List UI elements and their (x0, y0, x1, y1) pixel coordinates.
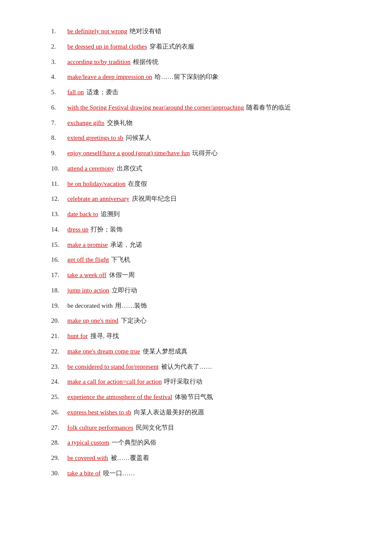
list-item: 11.be on holiday/vacation 在度假 (51, 178, 341, 190)
list-item: 19.be decorated with 用……装饰 (51, 300, 341, 312)
phrase-en: be on holiday/vacation (67, 180, 126, 187)
item-number: 7. (51, 117, 67, 129)
phrase-en: attend a ceremony (67, 165, 114, 172)
item-number: 3. (51, 56, 67, 68)
phrase-zh: 打扮；装饰 (89, 226, 123, 233)
item-content: get off the flight 下飞机 (67, 254, 130, 266)
item-number: 27. (51, 422, 67, 434)
phrase-en: dress up (67, 226, 89, 233)
phrase-en: be considered to stand for/represent (67, 363, 159, 370)
item-number: 17. (51, 269, 67, 281)
phrase-zh: 玩得开心 (190, 150, 218, 156)
item-content: according to/by tradition 根据传统 (67, 56, 159, 68)
item-number: 6. (51, 102, 67, 114)
item-content: be on holiday/vacation 在度假 (67, 178, 147, 190)
phrase-zh: 交换礼物 (105, 119, 133, 126)
phrase-en: be covered with (67, 454, 108, 461)
phrase-en: be definitely not wrong (67, 28, 127, 35)
item-content: be dressed up in formal clothes 穿着正式的衣服 (67, 41, 194, 53)
list-item: 10.attend a ceremony 出席仪式 (51, 163, 341, 175)
phrase-zh: 在度假 (127, 180, 147, 187)
phrase-zh: 咬一口…… (101, 470, 135, 477)
item-content: make one's dream come true 使某人梦想成真 (67, 346, 187, 358)
item-number: 2. (51, 41, 67, 53)
item-number: 8. (51, 132, 67, 144)
phrase-zh: 向某人表达最美好的祝愿 (132, 409, 204, 416)
list-item: 5.fall on 适逢；袭击 (51, 87, 341, 98)
phrase-zh: 随着春节的临近 (245, 104, 291, 111)
phrase-zh: 民间文化节目 (134, 424, 174, 431)
list-item: 22.make one's dream come true 使某人梦想成真 (51, 346, 341, 358)
item-number: 15. (51, 239, 67, 251)
phrase-zh: 使某人梦想成真 (141, 348, 187, 355)
item-content: be definitely not wrong 绝对没有错 (67, 26, 161, 38)
phrase-en: celebrate an anniversary (67, 195, 130, 202)
item-number: 9. (51, 147, 67, 159)
item-content: a typical custom 一个典型的风俗 (67, 437, 156, 449)
list-item: 13.date back to 追溯到 (51, 208, 341, 220)
phrase-en: take a week off (67, 272, 107, 278)
phrase-zh: 被认为代表了…… (159, 363, 212, 370)
item-content: make up one's mind 下定决心 (67, 315, 147, 327)
item-number: 23. (51, 361, 67, 373)
item-number: 18. (51, 285, 67, 297)
item-content: take a week off 休假一周 (67, 269, 135, 281)
list-item: 4.make/leave a deep impression on 给……留下深… (51, 71, 341, 83)
item-content: fall on 适逢；袭击 (67, 87, 118, 98)
item-content: express best wishes to sb 向某人表达最美好的祝愿 (67, 407, 204, 419)
item-number: 1. (51, 26, 67, 38)
item-content: make a call for action=call for action 呼… (67, 376, 202, 388)
item-content: hunt for 搜寻, 寻找 (67, 330, 119, 342)
phrase-zh: 适逢；袭击 (85, 89, 118, 95)
list-item: 7.exchange gifts 交换礼物 (51, 117, 341, 129)
phrase-zh: 出席仪式 (115, 165, 142, 172)
list-item: 12.celebrate an anniversary 庆祝周年纪念日 (51, 193, 341, 205)
phrase-zh: 呼吁采取行动 (163, 378, 203, 385)
phrase-zh: 下定决心 (119, 317, 147, 324)
phrase-zh: 追溯到 (99, 211, 120, 217)
phrase-zh: 立即行动 (110, 287, 137, 294)
item-number: 4. (51, 71, 67, 83)
list-item: 15.make a promise 承诺，允诺 (51, 239, 341, 251)
list-item: 29.be covered with 被……覆盖着 (51, 452, 341, 464)
item-number: 29. (51, 452, 67, 464)
item-number: 26. (51, 407, 67, 419)
item-content: take a bite of 咬一口…… (67, 468, 135, 480)
list-item: 9.enjoy oneself/have a good (great) time… (51, 147, 341, 159)
item-number: 24. (51, 376, 67, 388)
item-content: with the Spring Festival drawing near/ar… (67, 102, 291, 114)
phrase-zh: 一个典型的风俗 (110, 439, 156, 446)
phrase-zh: 被……覆盖着 (109, 454, 149, 461)
phrase-zh: 绝对没有错 (128, 28, 161, 35)
item-number: 16. (51, 254, 67, 266)
item-content: be covered with 被……覆盖着 (67, 452, 149, 464)
list-item: 16.get off the flight 下飞机 (51, 254, 341, 266)
list-item: 3.according to/by tradition 根据传统 (51, 56, 341, 68)
item-number: 12. (51, 193, 67, 205)
list-item: 23.be considered to stand for/represent … (51, 361, 341, 373)
phrase-en: make one's dream come true (67, 348, 140, 355)
item-content: attend a ceremony 出席仪式 (67, 163, 142, 175)
phrase-zh: 休假一周 (107, 272, 135, 278)
item-content: exchange gifts 交换礼物 (67, 117, 133, 129)
phrase-en: according to/by tradition (67, 58, 130, 65)
phrase-en: express best wishes to sb (67, 409, 131, 416)
item-content: jump into action 立即行动 (67, 285, 137, 297)
phrase-en: folk culture performances (67, 424, 133, 431)
phrase-zh: 问候某人 (124, 134, 151, 141)
phrase-zh: 给……留下深刻的印象 (153, 73, 219, 80)
phrase-en: enjoy oneself/have a good (great) time/h… (67, 150, 190, 156)
phrase-zh: 承诺，允诺 (109, 241, 142, 248)
item-number: 25. (51, 391, 67, 403)
list-item: 25.experience the atmosphere of the fest… (51, 391, 341, 403)
phrase-zh: 根据传统 (131, 58, 159, 65)
phrase-en-plain: be decorated with (67, 302, 114, 309)
item-number: 30. (51, 468, 67, 480)
list-item: 28.a typical custom 一个典型的风俗 (51, 437, 341, 449)
item-content: make a promise 承诺，允诺 (67, 239, 142, 251)
item-number: 19. (51, 300, 67, 312)
phrase-zh: 用……装饰 (115, 302, 147, 309)
phrase-en: take a bite of (67, 470, 101, 477)
item-content: date back to 追溯到 (67, 208, 120, 220)
item-number: 13. (51, 208, 67, 220)
